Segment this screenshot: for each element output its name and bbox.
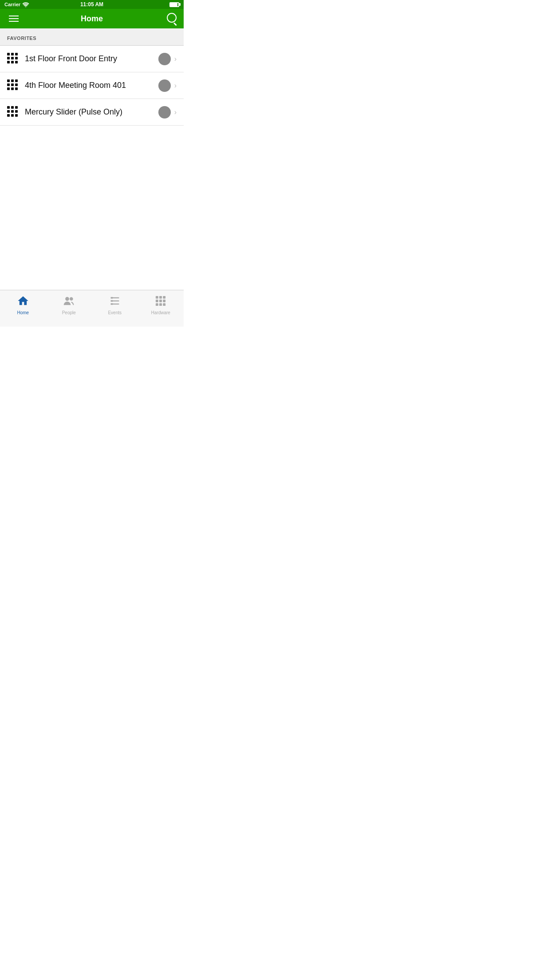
item-label: Mercury Slider (Pulse Only) [25, 107, 158, 117]
item-label: 4th Floor Meeting Room 401 [25, 81, 158, 90]
drag-handle [7, 79, 20, 92]
svg-rect-17 [163, 304, 165, 306]
page-title: Home [81, 14, 103, 24]
svg-point-0 [25, 6, 26, 7]
tab-people[interactable]: People [46, 293, 92, 317]
svg-rect-10 [160, 296, 162, 299]
svg-rect-12 [156, 300, 158, 302]
menu-button[interactable] [7, 14, 20, 24]
status-dot [158, 53, 171, 65]
search-icon [167, 13, 177, 23]
hardware-icon [154, 295, 167, 309]
drag-handle [7, 53, 20, 65]
nav-bar: Home [0, 9, 184, 28]
events-icon [109, 295, 121, 309]
svg-rect-14 [163, 300, 165, 302]
tab-events-label: Events [108, 310, 122, 315]
wifi-icon [22, 2, 29, 7]
tab-people-label: People [62, 310, 76, 315]
people-icon [63, 295, 75, 309]
status-carrier: Carrier [4, 2, 29, 7]
search-button[interactable] [167, 13, 177, 25]
main-content: FAVORITES 1st Floor Front Door Entry › [0, 28, 184, 290]
chevron-right-icon: › [174, 55, 177, 63]
tab-hardware-label: Hardware [151, 310, 170, 315]
item-label: 1st Floor Front Door Entry [25, 54, 158, 63]
favorites-list: 1st Floor Front Door Entry › 4th Floor M… [0, 46, 184, 126]
svg-rect-9 [156, 296, 158, 299]
chevron-right-icon: › [174, 108, 177, 116]
svg-rect-16 [160, 304, 162, 306]
svg-point-2 [70, 297, 73, 300]
svg-point-1 [66, 297, 69, 300]
svg-rect-13 [160, 300, 162, 302]
status-dot [158, 79, 171, 92]
svg-rect-15 [156, 304, 158, 306]
tab-home-label: Home [17, 310, 29, 315]
battery-icon [169, 2, 179, 7]
list-item[interactable]: 4th Floor Meeting Room 401 › [0, 72, 184, 99]
tab-events[interactable]: Events [92, 293, 138, 317]
tab-home[interactable]: Home [0, 293, 46, 317]
favorites-section-title: FAVORITES [7, 36, 36, 41]
status-time: 11:05 AM [80, 1, 103, 8]
status-bar: Carrier 11:05 AM [0, 0, 184, 9]
status-dot [158, 106, 171, 119]
tab-hardware[interactable]: Hardware [138, 293, 184, 317]
tab-bar: Home People Events [0, 290, 184, 327]
status-battery [169, 2, 179, 7]
home-icon [17, 295, 29, 309]
favorites-section-header: FAVORITES [0, 28, 184, 46]
list-item[interactable]: 1st Floor Front Door Entry › [0, 46, 184, 72]
list-item[interactable]: Mercury Slider (Pulse Only) › [0, 99, 184, 126]
drag-handle [7, 106, 20, 119]
chevron-right-icon: › [174, 82, 177, 90]
svg-rect-11 [163, 296, 165, 299]
